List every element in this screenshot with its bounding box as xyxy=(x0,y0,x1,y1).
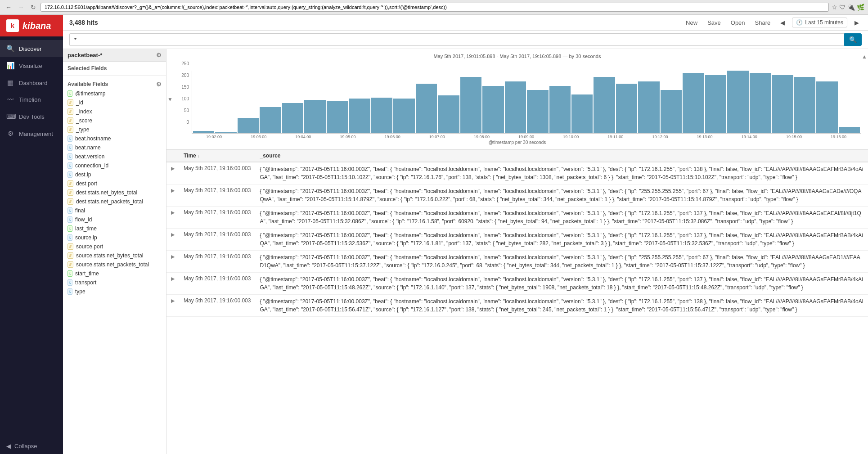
field-item[interactable]: #_type xyxy=(63,125,166,134)
sidebar-item-timelion[interactable]: 〰 Timelion xyxy=(0,91,63,108)
chart-bar[interactable] xyxy=(571,94,593,133)
chart-bar[interactable] xyxy=(482,86,504,133)
x-axis-label: 19:02:00 xyxy=(192,135,236,139)
field-item[interactable]: ttype xyxy=(63,287,166,296)
field-item[interactable]: tdest.ip xyxy=(63,170,166,179)
chart-bar[interactable] xyxy=(661,90,682,133)
chart-bar[interactable] xyxy=(371,98,392,133)
chart-bar[interactable] xyxy=(393,99,414,133)
expand-button[interactable]: ▶ xyxy=(171,210,175,216)
chart-bar[interactable] xyxy=(527,90,548,133)
search-button[interactable]: 🔍 xyxy=(844,33,862,46)
share-button[interactable]: Share xyxy=(752,18,774,27)
table-header-row: Time ↓ _source xyxy=(166,150,868,162)
new-button[interactable]: New xyxy=(683,18,700,27)
chart-bar[interactable] xyxy=(638,81,659,133)
sidebar-nav: 🔍 Discover 📊 Visualize ▦ Dashboard 〰 Tim… xyxy=(0,36,63,438)
chart-bar[interactable] xyxy=(750,73,771,133)
forward-button[interactable]: → xyxy=(16,3,26,12)
chart-container: 250 200 150 100 50 0 xyxy=(174,62,861,134)
chart-bar[interactable] xyxy=(839,127,860,133)
settings-icon[interactable]: ⚙ xyxy=(156,52,162,58)
chart-bar[interactable] xyxy=(238,118,259,133)
sidebar-item-visualize[interactable]: 📊 Visualize xyxy=(0,57,63,74)
field-item[interactable]: tconnection_id xyxy=(63,161,166,170)
field-type-badge: # xyxy=(67,198,73,205)
chart-bar[interactable] xyxy=(616,84,637,133)
field-item[interactable]: #dest.port xyxy=(63,179,166,188)
chart-bar[interactable] xyxy=(594,77,615,133)
field-type-badge: t xyxy=(67,288,72,295)
field-type-badge: # xyxy=(67,243,73,250)
field-item[interactable]: ttransport xyxy=(63,278,166,287)
field-item[interactable]: tbeat.hostname xyxy=(63,134,166,143)
save-button[interactable]: Save xyxy=(705,18,724,27)
collapse-button[interactable]: ◀ Collapse xyxy=(6,443,57,450)
open-button[interactable]: Open xyxy=(728,18,748,27)
field-item[interactable]: tstart_time xyxy=(63,269,166,278)
expand-button[interactable]: ▶ xyxy=(171,276,175,282)
next-time-button[interactable]: ▶ xyxy=(852,18,862,27)
field-item[interactable]: #_score xyxy=(63,116,166,125)
chart-expand-button[interactable]: ▲ xyxy=(862,54,867,60)
chart-bar[interactable] xyxy=(260,107,281,133)
field-item[interactable]: #_index xyxy=(63,107,166,116)
sidebar-item-dashboard[interactable]: ▦ Dashboard xyxy=(0,74,63,91)
field-item[interactable]: #source.stats.net_packets_total xyxy=(63,260,166,269)
chart-bar[interactable] xyxy=(327,101,348,133)
field-item[interactable]: tfinal xyxy=(63,206,166,215)
chart-bar[interactable] xyxy=(683,73,704,133)
field-item[interactable]: t@timestamp xyxy=(63,89,166,98)
url-bar[interactable] xyxy=(40,3,829,12)
field-item[interactable]: #source.port xyxy=(63,242,166,251)
app-logo[interactable]: k kibana xyxy=(0,15,63,36)
sidebar-item-discover[interactable]: 🔍 Discover xyxy=(0,40,63,57)
expand-button[interactable]: ▶ xyxy=(171,254,175,260)
field-name: beat.version xyxy=(75,153,162,160)
field-item[interactable]: tbeat.version xyxy=(63,152,166,161)
back-button[interactable]: ← xyxy=(4,3,13,12)
chart-bar[interactable] xyxy=(193,131,214,133)
field-item[interactable]: tflow_id xyxy=(63,215,166,224)
prev-time-button[interactable]: ◀ xyxy=(778,18,787,27)
chart-bar[interactable] xyxy=(816,81,837,133)
x-axis-label: 19:16:00 xyxy=(816,135,861,139)
sidebar-label-discover: Discover xyxy=(19,45,42,52)
chart-bar[interactable] xyxy=(705,75,726,133)
field-item[interactable]: #dest.stats.net_bytes_total xyxy=(63,188,166,197)
search-input[interactable] xyxy=(69,33,844,46)
chart-bar[interactable] xyxy=(438,95,459,133)
sort-icon: ↓ xyxy=(198,153,200,158)
chart-bar[interactable] xyxy=(282,103,303,133)
chart-bar[interactable] xyxy=(349,99,370,133)
sidebar-item-management[interactable]: ⚙ Management xyxy=(0,125,63,142)
expand-button[interactable]: ▶ xyxy=(171,232,175,238)
refresh-button[interactable]: ↻ xyxy=(29,3,38,12)
chart-bar[interactable] xyxy=(727,71,748,133)
sidebar-item-devtools[interactable]: ⌨ Dev Tools xyxy=(0,108,63,125)
field-item[interactable]: tlast_time xyxy=(63,224,166,233)
bookmark-icon[interactable]: ☆ xyxy=(832,4,837,11)
time-col-header[interactable]: Time ↓ xyxy=(179,150,255,162)
chart-bar[interactable] xyxy=(772,75,793,133)
field-item[interactable]: #dest.stats.net_packets_total xyxy=(63,197,166,206)
field-item[interactable]: tbeat.name xyxy=(63,143,166,152)
expand-cell: ▶ xyxy=(166,273,179,295)
chart-bar[interactable] xyxy=(215,132,236,133)
expand-button[interactable]: ▶ xyxy=(171,166,175,171)
chart-bar[interactable] xyxy=(549,86,571,133)
chart-bar[interactable] xyxy=(794,77,815,133)
chart-bar[interactable] xyxy=(505,81,526,133)
expand-button[interactable]: ▶ xyxy=(171,298,175,304)
chart-collapse-button[interactable]: ▼ xyxy=(167,96,173,103)
field-item[interactable]: #source.stats.net_bytes_total xyxy=(63,251,166,260)
field-type-badge: t xyxy=(67,135,72,142)
field-item[interactable]: #_id xyxy=(63,98,166,107)
expand-button[interactable]: ▶ xyxy=(171,188,175,193)
chart-bar[interactable] xyxy=(304,100,325,133)
time-picker[interactable]: 🕐 Last 15 minutes xyxy=(792,18,847,27)
chart-bar[interactable] xyxy=(460,77,481,133)
field-item[interactable]: tsource.ip xyxy=(63,233,166,242)
available-fields-gear-icon[interactable]: ⚙ xyxy=(156,81,162,88)
chart-bar[interactable] xyxy=(416,84,437,133)
